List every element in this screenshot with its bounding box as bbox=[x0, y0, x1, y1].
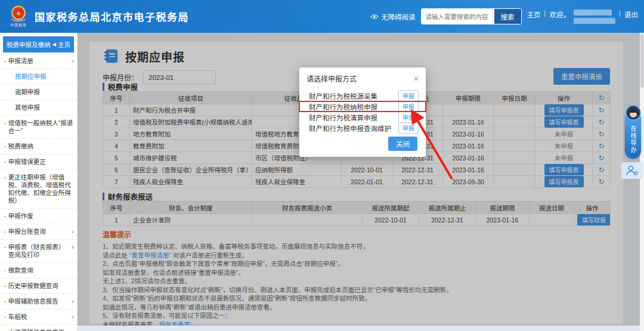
user-block bbox=[574, 10, 615, 24]
masked-company bbox=[574, 18, 615, 24]
modal-option-label: 财产和行为税清算申报 bbox=[309, 113, 377, 122]
bullet-icon: • bbox=[4, 243, 6, 251]
sidebar-item[interactable]: •申报辅助信息报告∨ bbox=[0, 294, 77, 310]
sidebar-item-label: 水资源税信息共享平台 bbox=[8, 329, 70, 331]
modal-option: 财产和行为税税源采集申报 bbox=[299, 91, 426, 101]
modal-option-label: 财产和行为税申报查询维护 bbox=[309, 123, 391, 133]
sidebar-header-title: 税费申报及缴纳 bbox=[7, 40, 51, 49]
home-link[interactable]: 主页 bbox=[527, 10, 541, 19]
declare-button[interactable]: 申报 bbox=[398, 122, 419, 134]
sidebar-item[interactable]: •申报表（财务报表）查阅及打印∨ bbox=[0, 240, 77, 263]
sidebar-item[interactable]: •申报台账查询∨ bbox=[0, 224, 77, 240]
eye-icon bbox=[370, 14, 379, 20]
sidebar-item-label: 更正往期申报（增值税、消费税、增值税代扣代缴、扣缴企业所得税） bbox=[8, 174, 75, 205]
chevron-down-icon: ∨ bbox=[71, 298, 75, 305]
online-guide-widget[interactable]: 在线导办 bbox=[625, 111, 641, 159]
sidebar-menu: •申报清册∨按期应申报逾期申报其他申报•增值税一般纳税人“报退合一”•税费缴纳•… bbox=[0, 54, 77, 331]
online-guide-label: 在线导办 bbox=[628, 125, 637, 154]
back-arrow-icon: ◀ bbox=[52, 42, 56, 47]
sidebar-item[interactable]: 其他申报 bbox=[0, 100, 77, 116]
svg-text:★: ★ bbox=[16, 10, 21, 17]
logout-link[interactable]: 退出 bbox=[624, 10, 638, 19]
sidebar-item[interactable]: •更正往期申报（增值税、消费税、增值税代扣代缴、扣缴企业所得税） bbox=[0, 170, 77, 209]
sidebar-item-label: 车船税 bbox=[8, 313, 70, 321]
sidebar-item-label: 申报错误更正 bbox=[8, 158, 75, 166]
sidebar-item[interactable]: 逾期申报 bbox=[0, 85, 77, 100]
declare-button[interactable]: 申报 bbox=[398, 90, 419, 101]
sidebar-item[interactable]: •缴款查询 bbox=[0, 263, 77, 279]
sidebar-item[interactable]: •历史申报数据查询 bbox=[0, 279, 77, 294]
masked-username bbox=[574, 10, 612, 16]
sidebar-item-label: 增值税一般纳税人“报退合一” bbox=[8, 119, 75, 135]
sidebar: 税费申报及缴纳 ◀ 主页 •申报清册∨按期应申报逾期申报其他申报•增值税一般纳税… bbox=[0, 33, 78, 331]
top-header: ★ 中国税务 国家税务总局北京市电子税务局 无障碍阅读 搜索 主页 | 欢迎， bbox=[0, 0, 644, 33]
chevron-down-icon: ∨ bbox=[71, 57, 75, 65]
sidebar-home-label: 主页 bbox=[58, 40, 70, 49]
bullet-icon: • bbox=[4, 57, 6, 65]
close-button[interactable]: 关闭 bbox=[388, 137, 417, 151]
modal-header: 请选择申报方式 × bbox=[299, 67, 426, 88]
bullet-icon: • bbox=[4, 329, 6, 331]
declare-method-modal: 请选择申报方式 × 财产和行为税税源采集申报财产和行为税纳税申报申报财产和行为税… bbox=[299, 67, 426, 157]
bullet-icon: • bbox=[4, 158, 6, 166]
bullet-icon: • bbox=[4, 143, 6, 150]
bullet-icon: • bbox=[4, 298, 6, 305]
bullet-icon: • bbox=[4, 174, 6, 181]
modal-option-label: 财产和行为税纳税申报 bbox=[309, 102, 377, 112]
sidebar-item-label: 逾期申报 bbox=[15, 88, 75, 96]
chevron-down-icon: ∨ bbox=[71, 243, 75, 251]
bullet-icon: • bbox=[4, 228, 6, 236]
modal-option: 财产和行为税清算申报申报 bbox=[299, 112, 426, 122]
sidebar-item[interactable]: •申报作废 bbox=[0, 209, 77, 224]
site-title: 国家税务总局北京市电子税务局 bbox=[35, 9, 189, 24]
sidebar-item[interactable]: •申报清册∨ bbox=[0, 54, 77, 69]
national-emblem-logo: ★ 中国税务 bbox=[8, 5, 29, 27]
accessibility-toggle[interactable]: 无障碍阅读 bbox=[370, 12, 416, 21]
scrollbar[interactable] bbox=[640, 33, 644, 331]
sidebar-item-label: 申报表（财务报表）查阅及打印 bbox=[8, 243, 70, 259]
declare-button[interactable]: 申报 bbox=[398, 101, 419, 112]
sidebar-item[interactable]: •增值税一般纳税人“报退合一” bbox=[0, 116, 77, 139]
sidebar-item[interactable]: •申报错误更正 bbox=[0, 154, 77, 170]
sidebar-item-label: 申报台账查询 bbox=[8, 228, 70, 236]
sidebar-item[interactable]: •水资源税信息共享平台∨ bbox=[0, 325, 77, 331]
sidebar-item-label: 税费缴纳 bbox=[8, 143, 75, 150]
declare-button[interactable]: 申报 bbox=[398, 112, 419, 123]
welcome-label: 欢迎， bbox=[550, 10, 571, 19]
sidebar-item[interactable]: •税费缴纳 bbox=[0, 139, 77, 154]
modal-option: 财产和行为税申报查询维护申报 bbox=[299, 123, 426, 133]
page: ★ 中国税务 国家税务总局北京市电子税务局 无障碍阅读 搜索 主页 | 欢迎， bbox=[0, 0, 644, 331]
sidebar-item-label: 按期应申报 bbox=[15, 73, 75, 81]
sidebar-item[interactable]: •车船税∨ bbox=[0, 310, 77, 325]
person-star-icon bbox=[624, 165, 640, 177]
person-widget[interactable] bbox=[621, 162, 643, 179]
chevron-down-icon: ∨ bbox=[71, 313, 75, 321]
chevron-down-icon: ∨ bbox=[71, 228, 75, 236]
search-input[interactable] bbox=[422, 9, 494, 24]
bullet-icon: • bbox=[4, 119, 6, 127]
accessibility-label: 无障碍阅读 bbox=[381, 12, 416, 21]
sidebar-item-label: 申报清册 bbox=[8, 57, 70, 65]
modal-option-label: 财产和行为税税源采集 bbox=[309, 91, 377, 101]
sidebar-header[interactable]: 税费申报及缴纳 ◀ 主页 bbox=[3, 36, 74, 52]
sidebar-item-label: 申报辅助信息报告 bbox=[8, 298, 70, 305]
customer-service-avatar-icon bbox=[626, 105, 641, 120]
emblem-icon: ★ bbox=[8, 5, 29, 23]
header-right: 无障碍阅读 搜索 主页 | 欢迎， | 退出 bbox=[370, 8, 638, 24]
modal-footer: 关闭 bbox=[388, 137, 417, 151]
user-links: 主页 | 欢迎， | 退出 bbox=[527, 10, 639, 24]
bullet-icon: • bbox=[4, 313, 6, 321]
bullet-icon: • bbox=[4, 212, 6, 220]
chevron-down-icon: ∨ bbox=[71, 329, 75, 331]
search-box: 搜索 bbox=[421, 8, 522, 24]
sidebar-home-link[interactable]: ◀ 主页 bbox=[52, 40, 70, 49]
sidebar-item-label: 其他申报 bbox=[15, 104, 75, 112]
sidebar-item-label: 缴款查询 bbox=[8, 267, 75, 274]
modal-option: 财产和行为税纳税申报申报 bbox=[299, 101, 426, 112]
close-icon[interactable]: × bbox=[414, 75, 419, 82]
bullet-icon: • bbox=[4, 267, 6, 274]
search-button[interactable]: 搜索 bbox=[494, 9, 521, 24]
modal-options: 财产和行为税税源采集申报财产和行为税纳税申报申报财产和行为税清算申报申报财产和行… bbox=[299, 88, 426, 133]
sidebar-item[interactable]: 按期应申报 bbox=[0, 69, 77, 85]
scrollbar-thumb[interactable] bbox=[640, 34, 643, 88]
